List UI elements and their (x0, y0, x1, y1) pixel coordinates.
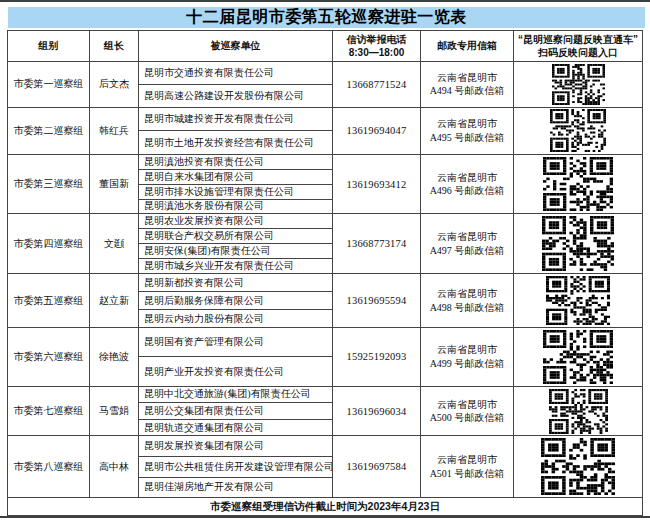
table-row: 市委第二巡察组 韩红兵 昆明市城建投资开发有限责任公司 昆明市土地开发投资经营有… (8, 107, 642, 155)
phone-cell: 13668771524 (347, 79, 407, 90)
header-qr-line1: “昆明巡察问题反映直通车” (518, 33, 638, 46)
group-cell: 市委第七巡察组 (8, 387, 89, 436)
header-phone: 信访举报电话 8:30—18:00 (332, 31, 420, 61)
mailbox-cell: 云南省昆明市 A496 号邮政信箱 (420, 155, 513, 213)
unit-cell: 昆明市排水设施管理有限责任公司 (139, 184, 332, 199)
leader-cell: 马雪娟 (89, 387, 138, 436)
qr-cell (513, 436, 642, 497)
units-cell: 昆明农业发展投资有限公司 昆明联合产权交易所有限公司 昆明安保(集团)有限责任公… (138, 214, 332, 273)
qr-cell (513, 62, 642, 107)
bottom-edge-divider (0, 516, 650, 518)
unit-cell: 昆明安保(集团)有限责任公司 (139, 243, 332, 258)
unit-cell: 昆明后勤服务保障有限公司 (139, 291, 332, 309)
qr-code (541, 438, 615, 495)
leader-cell: 韩红兵 (89, 108, 138, 155)
header-qr-line2: 扫码反映问题入口 (538, 46, 618, 59)
unit-cell: 昆明市城乡兴业开发有限责任公司 (139, 258, 332, 273)
unit-cell: 昆明佳湖房地产开发有限公司 (139, 477, 332, 498)
units-cell: 昆明国有资产管理有限公司 昆明产业开发投资有限责任公司 (138, 328, 332, 386)
qr-code (552, 64, 605, 105)
unit-cell: 昆明市城建投资开发有限责任公司 (139, 108, 332, 131)
table-footer: 市委巡察组受理信访件截止时间为2023年4月23日 (8, 497, 642, 515)
leader-cell: 后文杰 (89, 62, 138, 107)
group-cell: 市委第五巡察组 (8, 274, 89, 327)
unit-cell: 昆明农业发展投资有限公司 (139, 214, 332, 228)
group-cell: 市委第二巡察组 (8, 108, 89, 155)
unit-cell: 昆明云内动力股份有限公司 (139, 309, 332, 327)
qr-code (543, 330, 613, 384)
unit-cell: 昆明新都投资有限公司 (139, 274, 332, 291)
phone-cell: 15925192093 (347, 351, 407, 362)
unit-cell: 昆明市土地开发投资经营有限责任公司 (139, 130, 332, 154)
group-cell: 市委第六巡察组 (8, 328, 89, 386)
leader-cell: 赵立新 (89, 274, 138, 327)
phone-cell: 13619695594 (347, 295, 407, 306)
leader-cell: 文颋 (89, 214, 138, 273)
unit-cell: 昆明自来水集团有限公司 (139, 169, 332, 184)
header-leader: 组长 (89, 31, 138, 61)
footer-note: 市委巡察组受理信访件截止时间为2023年4月23日 (210, 500, 440, 514)
group-cell: 市委第一巡察组 (8, 62, 89, 107)
units-cell: 昆明滇池投资有限责任公司 昆明自来水集团有限公司 昆明市排水设施管理有限责任公司… (138, 155, 332, 213)
unit-cell: 昆明发展投资集团有限公司 (139, 436, 332, 456)
phone-cell: 13619697584 (347, 461, 407, 472)
header-qr: “昆明巡察问题反映直通车” 扫码反映问题入口 (513, 31, 642, 61)
header-phone-line2: 8:30—18:00 (349, 46, 405, 59)
phone-cell: 13668773174 (347, 238, 407, 249)
table-row: 市委第八巡察组 高中林 昆明发展投资集团有限公司 昆明市公共租赁住房开发建设管理… (8, 435, 642, 497)
qr-cell (513, 274, 642, 327)
unit-cell: 昆明中北交通旅游(集团)有限责任公司 (139, 387, 332, 403)
qr-cell (513, 155, 642, 213)
unit-cell: 昆明联合产权交易所有限公司 (139, 228, 332, 243)
qr-cell (513, 387, 642, 436)
group-cell: 市委第八巡察组 (8, 436, 89, 497)
units-cell: 昆明市城建投资开发有限责任公司 昆明市土地开发投资经营有限责任公司 (138, 108, 332, 155)
table-row: 市委第一巡察组 后文杰 昆明市交通投资有限责任公司 昆明高速公路建设开发股份有限… (8, 61, 642, 107)
header-mailbox: 邮政专用信箱 (420, 31, 513, 61)
unit-cell: 昆明公交集团有限责任公司 (139, 402, 332, 419)
units-cell: 昆明市交通投资有限责任公司 昆明高速公路建设开发股份有限公司 (138, 62, 332, 107)
leader-cell: 董国新 (89, 155, 138, 213)
qr-code (549, 389, 608, 434)
header-group: 组别 (8, 31, 89, 61)
table-row: 市委第五巡察组 赵立新 昆明新都投资有限公司 昆明后勤服务保障有限公司 昆明云内… (8, 273, 642, 327)
unit-cell: 昆明滇池投资有限责任公司 (139, 155, 332, 169)
phone-cell: 13619696034 (347, 406, 407, 417)
mailbox-cell: 云南省昆明市 A494 号邮政信箱 (420, 62, 513, 107)
mailbox-cell: 云南省昆明市 A500 号邮政信箱 (420, 387, 513, 436)
table-row: 市委第六巡察组 徐艳波 昆明国有资产管理有限公司 昆明产业开发投资有限责任公司 … (8, 327, 642, 386)
table-row: 市委第三巡察组 董国新 昆明滇池投资有限责任公司 昆明自来水集团有限公司 昆明市… (8, 154, 642, 213)
unit-cell: 昆明高速公路建设开发股份有限公司 (139, 84, 332, 107)
page-title: 十二届昆明市委第五轮巡察进驻一览表 (186, 7, 467, 28)
group-cell: 市委第三巡察组 (8, 155, 89, 213)
mailbox-cell: 云南省昆明市 A501 号邮政信箱 (420, 436, 513, 497)
table-row: 市委第七巡察组 马雪娟 昆明中北交通旅游(集团)有限责任公司 昆明公交集团有限责… (8, 386, 642, 436)
mailbox-cell: 云南省昆明市 A495 号邮政信箱 (420, 108, 513, 155)
unit-cell: 昆明市公共租赁住房开发建设管理有限公司 (139, 456, 332, 477)
table-header-row: 组别 组长 被巡察单位 信访举报电话 8:30—18:00 邮政专用信箱 “昆明… (8, 31, 642, 61)
unit-cell: 昆明市交通投资有限责任公司 (139, 62, 332, 84)
unit-cell: 昆明产业开发投资有限责任公司 (139, 356, 332, 385)
title-banner: 十二届昆明市委第五轮巡察进驻一览表 (8, 7, 645, 28)
header-phone-line1: 信访举报电话 (347, 33, 407, 46)
units-cell: 昆明发展投资集团有限公司 昆明市公共租赁住房开发建设管理有限公司 昆明佳湖房地产… (138, 436, 332, 497)
phone-cell: 13619694047 (347, 125, 407, 136)
qr-code (542, 216, 614, 271)
leader-cell: 高中林 (89, 436, 138, 497)
table-row: 市委第四巡察组 文颋 昆明农业发展投资有限公司 昆明联合产权交易所有限公司 昆明… (8, 213, 642, 273)
qr-code (550, 109, 606, 152)
unit-cell: 昆明滇池水务股份有限公司 (139, 199, 332, 214)
qr-code (546, 276, 610, 325)
group-cell: 市委第四巡察组 (8, 214, 89, 273)
unit-cell: 昆明轨道交通集团有限公司 (139, 419, 332, 436)
mailbox-cell: 云南省昆明市 A497 号邮政信箱 (420, 214, 513, 273)
phone-cell: 13619693412 (347, 179, 407, 190)
top-edge-divider (0, 0, 650, 2)
mailbox-cell: 云南省昆明市 A499 号邮政信箱 (420, 328, 513, 386)
qr-code (543, 157, 613, 211)
units-cell: 昆明中北交通旅游(集团)有限责任公司 昆明公交集团有限责任公司 昆明轨道交通集团… (138, 387, 332, 436)
leader-cell: 徐艳波 (89, 328, 138, 386)
units-cell: 昆明新都投资有限公司 昆明后勤服务保障有限公司 昆明云内动力股份有限公司 (138, 274, 332, 327)
header-units: 被巡察单位 (138, 31, 332, 61)
qr-cell (513, 108, 642, 155)
